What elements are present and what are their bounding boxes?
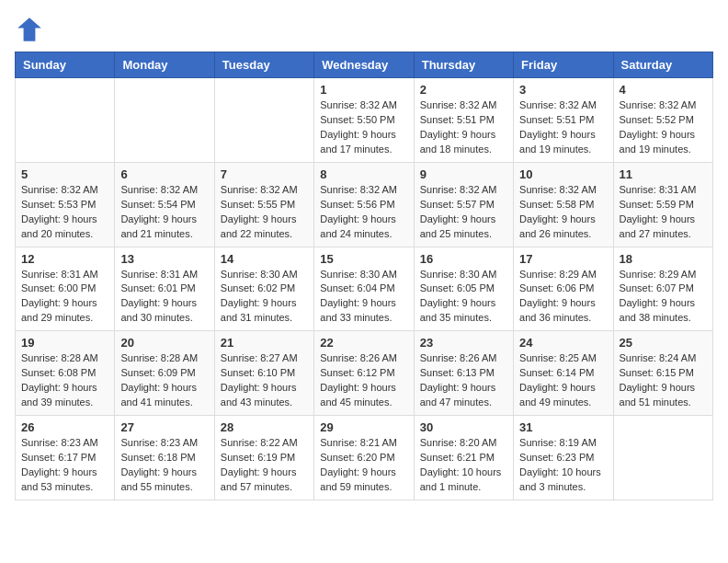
- weekday-header: Saturday: [613, 52, 712, 78]
- day-number: 12: [21, 252, 108, 266]
- calendar-cell: [16, 78, 115, 163]
- day-number: 20: [120, 336, 208, 350]
- day-number: 10: [519, 167, 607, 181]
- calendar-cell: 14Sunrise: 8:30 AM Sunset: 6:02 PM Dayli…: [214, 247, 313, 331]
- calendar-cell: 21Sunrise: 8:27 AM Sunset: 6:10 PM Dayli…: [214, 331, 313, 416]
- day-number: 22: [320, 336, 407, 350]
- day-info: Sunrise: 8:32 AM Sunset: 5:51 PM Dayligh…: [420, 98, 507, 157]
- calendar-cell: 12Sunrise: 8:31 AM Sunset: 6:00 PM Dayli…: [16, 247, 115, 331]
- calendar-cell: 20Sunrise: 8:28 AM Sunset: 6:09 PM Dayli…: [115, 331, 214, 416]
- calendar-cell: 4Sunrise: 8:32 AM Sunset: 5:52 PM Daylig…: [613, 78, 712, 163]
- calendar-cell: 30Sunrise: 8:20 AM Sunset: 6:21 PM Dayli…: [414, 416, 513, 500]
- day-info: Sunrise: 8:23 AM Sunset: 6:18 PM Dayligh…: [120, 436, 208, 495]
- day-number: 6: [120, 167, 208, 181]
- day-info: Sunrise: 8:31 AM Sunset: 6:01 PM Dayligh…: [120, 268, 208, 327]
- day-number: 24: [519, 336, 607, 350]
- calendar-cell: 25Sunrise: 8:24 AM Sunset: 6:15 PM Dayli…: [613, 331, 712, 416]
- calendar-cell: 11Sunrise: 8:31 AM Sunset: 5:59 PM Dayli…: [613, 162, 712, 247]
- day-info: Sunrise: 8:29 AM Sunset: 6:07 PM Dayligh…: [620, 268, 707, 327]
- calendar-cell: 10Sunrise: 8:32 AM Sunset: 5:58 PM Dayli…: [514, 162, 613, 247]
- calendar-cell: [214, 78, 313, 163]
- day-info: Sunrise: 8:32 AM Sunset: 5:56 PM Dayligh…: [320, 183, 407, 242]
- day-number: 18: [620, 252, 707, 266]
- day-number: 5: [21, 167, 108, 181]
- calendar-cell: 3Sunrise: 8:32 AM Sunset: 5:51 PM Daylig…: [514, 78, 613, 163]
- day-number: 16: [420, 252, 507, 266]
- day-number: 14: [221, 252, 308, 266]
- day-number: 8: [320, 167, 407, 181]
- calendar-cell: 8Sunrise: 8:32 AM Sunset: 5:56 PM Daylig…: [314, 162, 414, 247]
- day-info: Sunrise: 8:26 AM Sunset: 6:12 PM Dayligh…: [320, 351, 407, 410]
- day-number: 13: [120, 252, 208, 266]
- day-info: Sunrise: 8:31 AM Sunset: 6:00 PM Dayligh…: [21, 268, 108, 327]
- day-info: Sunrise: 8:32 AM Sunset: 5:58 PM Dayligh…: [519, 183, 607, 242]
- calendar-cell: 1Sunrise: 8:32 AM Sunset: 5:50 PM Daylig…: [314, 78, 414, 163]
- day-info: Sunrise: 8:25 AM Sunset: 6:14 PM Dayligh…: [519, 351, 607, 410]
- day-number: 11: [620, 167, 707, 181]
- day-info: Sunrise: 8:19 AM Sunset: 6:23 PM Dayligh…: [519, 436, 607, 495]
- calendar-cell: 7Sunrise: 8:32 AM Sunset: 5:55 PM Daylig…: [214, 162, 313, 247]
- calendar-cell: [115, 78, 214, 163]
- day-number: 30: [420, 420, 507, 434]
- calendar-week-row: 5Sunrise: 8:32 AM Sunset: 5:53 PM Daylig…: [16, 162, 713, 247]
- day-info: Sunrise: 8:32 AM Sunset: 5:53 PM Dayligh…: [21, 183, 108, 242]
- calendar-cell: 29Sunrise: 8:21 AM Sunset: 6:20 PM Dayli…: [314, 416, 414, 500]
- calendar-cell: 9Sunrise: 8:32 AM Sunset: 5:57 PM Daylig…: [414, 162, 513, 247]
- day-info: Sunrise: 8:32 AM Sunset: 5:52 PM Dayligh…: [620, 98, 707, 157]
- calendar-cell: 24Sunrise: 8:25 AM Sunset: 6:14 PM Dayli…: [514, 331, 613, 416]
- calendar-header-row: SundayMondayTuesdayWednesdayThursdayFrid…: [16, 52, 713, 78]
- day-info: Sunrise: 8:20 AM Sunset: 6:21 PM Dayligh…: [420, 436, 507, 495]
- calendar-cell: 31Sunrise: 8:19 AM Sunset: 6:23 PM Dayli…: [514, 416, 613, 500]
- day-number: 21: [221, 336, 308, 350]
- page-header: [15, 15, 713, 44]
- calendar-cell: 13Sunrise: 8:31 AM Sunset: 6:01 PM Dayli…: [115, 247, 214, 331]
- weekday-header: Monday: [115, 52, 214, 78]
- calendar-cell: 27Sunrise: 8:23 AM Sunset: 6:18 PM Dayli…: [115, 416, 214, 500]
- day-number: 3: [519, 83, 607, 97]
- day-info: Sunrise: 8:29 AM Sunset: 6:06 PM Dayligh…: [519, 268, 607, 327]
- day-number: 4: [620, 83, 707, 97]
- day-info: Sunrise: 8:32 AM Sunset: 5:55 PM Dayligh…: [221, 183, 308, 242]
- day-info: Sunrise: 8:32 AM Sunset: 5:54 PM Dayligh…: [120, 183, 208, 242]
- day-info: Sunrise: 8:30 AM Sunset: 6:02 PM Dayligh…: [221, 268, 308, 327]
- calendar-cell: 22Sunrise: 8:26 AM Sunset: 6:12 PM Dayli…: [314, 331, 414, 416]
- calendar-cell: 18Sunrise: 8:29 AM Sunset: 6:07 PM Dayli…: [613, 247, 712, 331]
- day-info: Sunrise: 8:28 AM Sunset: 6:08 PM Dayligh…: [21, 351, 108, 410]
- logo: [15, 15, 48, 44]
- day-number: 15: [320, 252, 407, 266]
- day-number: 31: [519, 420, 607, 434]
- day-info: Sunrise: 8:30 AM Sunset: 6:05 PM Dayligh…: [420, 268, 507, 327]
- calendar-cell: 26Sunrise: 8:23 AM Sunset: 6:17 PM Dayli…: [16, 416, 115, 500]
- day-number: 25: [620, 336, 707, 350]
- day-number: 9: [420, 167, 507, 181]
- day-info: Sunrise: 8:21 AM Sunset: 6:20 PM Dayligh…: [320, 436, 407, 495]
- calendar-cell: 16Sunrise: 8:30 AM Sunset: 6:05 PM Dayli…: [414, 247, 513, 331]
- day-number: 19: [21, 336, 108, 350]
- calendar-cell: 23Sunrise: 8:26 AM Sunset: 6:13 PM Dayli…: [414, 331, 513, 416]
- calendar-week-row: 26Sunrise: 8:23 AM Sunset: 6:17 PM Dayli…: [16, 416, 713, 500]
- day-info: Sunrise: 8:22 AM Sunset: 6:19 PM Dayligh…: [221, 436, 308, 495]
- weekday-header: Tuesday: [214, 52, 313, 78]
- day-number: 26: [21, 420, 108, 434]
- weekday-header: Sunday: [16, 52, 115, 78]
- calendar-week-row: 12Sunrise: 8:31 AM Sunset: 6:00 PM Dayli…: [16, 247, 713, 331]
- calendar-cell: 17Sunrise: 8:29 AM Sunset: 6:06 PM Dayli…: [514, 247, 613, 331]
- day-info: Sunrise: 8:28 AM Sunset: 6:09 PM Dayligh…: [120, 351, 208, 410]
- day-info: Sunrise: 8:26 AM Sunset: 6:13 PM Dayligh…: [420, 351, 507, 410]
- calendar-cell: 6Sunrise: 8:32 AM Sunset: 5:54 PM Daylig…: [115, 162, 214, 247]
- day-info: Sunrise: 8:32 AM Sunset: 5:50 PM Dayligh…: [320, 98, 407, 157]
- day-number: 7: [221, 167, 308, 181]
- day-info: Sunrise: 8:31 AM Sunset: 5:59 PM Dayligh…: [620, 183, 707, 242]
- day-number: 17: [519, 252, 607, 266]
- calendar-week-row: 19Sunrise: 8:28 AM Sunset: 6:08 PM Dayli…: [16, 331, 713, 416]
- day-number: 27: [120, 420, 208, 434]
- weekday-header: Friday: [514, 52, 613, 78]
- day-info: Sunrise: 8:30 AM Sunset: 6:04 PM Dayligh…: [320, 268, 407, 327]
- calendar-cell: [613, 416, 712, 500]
- day-number: 28: [221, 420, 308, 434]
- calendar-table: SundayMondayTuesdayWednesdayThursdayFrid…: [15, 52, 713, 500]
- day-info: Sunrise: 8:32 AM Sunset: 5:51 PM Dayligh…: [519, 98, 607, 157]
- calendar-cell: 15Sunrise: 8:30 AM Sunset: 6:04 PM Dayli…: [314, 247, 414, 331]
- calendar-cell: 28Sunrise: 8:22 AM Sunset: 6:19 PM Dayli…: [214, 416, 313, 500]
- day-info: Sunrise: 8:23 AM Sunset: 6:17 PM Dayligh…: [21, 436, 108, 495]
